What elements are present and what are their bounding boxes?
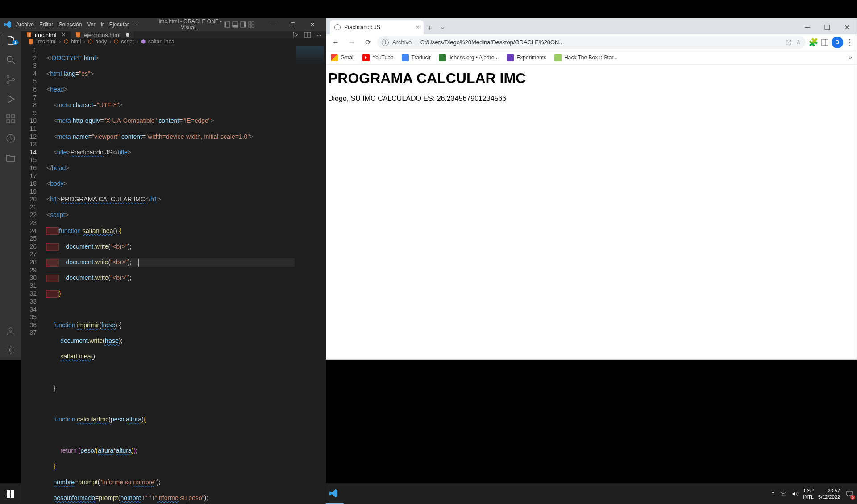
run-debug-icon[interactable] — [0, 94, 21, 104]
menu-ejecutar[interactable]: Ejecutar — [109, 21, 129, 28]
settings-gear-icon[interactable] — [0, 345, 21, 355]
svg-rect-8 — [249, 25, 251, 27]
run-icon[interactable] — [291, 31, 299, 38]
layout-grid-icon[interactable] — [248, 21, 254, 28]
svg-rect-5 — [244, 22, 246, 27]
menu-archivo[interactable]: Archivo — [16, 21, 34, 28]
tab-dropdown-icon[interactable]: ⌄ — [440, 22, 445, 31]
side-panel-icon[interactable] — [821, 38, 829, 46]
maximize-button[interactable]: ☐ — [283, 18, 303, 31]
layout-sidebar-icon[interactable] — [224, 21, 230, 28]
page-text: Diego, SU IMC CALCULADO ES: 26.234567901… — [328, 95, 855, 103]
breadcrumb-item[interactable]: html — [71, 38, 81, 45]
svg-point-12 — [7, 75, 9, 78]
bookmark-gmail[interactable]: Gmail — [331, 54, 354, 61]
page-heading: PROGRAMA CALCULAR IMC — [328, 70, 855, 87]
bookmark-experiments[interactable]: Experiments — [507, 54, 546, 61]
more-icon[interactable]: ··· — [316, 32, 321, 38]
tab-imc[interactable]: imc.html × — [21, 31, 71, 38]
layout-panel-icon[interactable] — [232, 21, 238, 28]
menu-seleccion[interactable]: Selección — [58, 21, 82, 28]
wifi-icon[interactable] — [780, 490, 787, 497]
editor-tabs: imc.html × ejercicios.html ··· — [21, 31, 326, 38]
svg-rect-7 — [252, 22, 254, 24]
source-control-icon[interactable] — [0, 74, 21, 85]
editor[interactable]: 1234567891011121314151617181920212223242… — [21, 45, 326, 504]
split-editor-icon[interactable] — [304, 31, 311, 38]
activity-bar: 1 — [0, 31, 21, 360]
folder-icon[interactable] — [0, 153, 21, 163]
menu-overflow[interactable]: ··· — [134, 21, 139, 28]
share-icon[interactable] — [785, 39, 792, 46]
tab-ejercicios[interactable]: ejercicios.html — [71, 31, 134, 38]
profile-avatar[interactable]: D — [832, 37, 843, 48]
address-bar[interactable]: i Archivo | C:/Users/Diego%20Medina/Desk… — [377, 36, 806, 49]
breadcrumb-item[interactable]: saltarLinea — [148, 38, 175, 45]
start-button[interactable] — [0, 483, 21, 504]
extensions-button[interactable]: 🧩 — [808, 37, 818, 47]
browser-window: Practicando JS × + ⌄ ─ ☐ ✕ ← → ⟳ i Archi… — [326, 18, 857, 360]
html-file-icon — [28, 38, 34, 45]
forward-button[interactable]: → — [345, 36, 358, 49]
globe-icon — [334, 24, 341, 30]
url-scheme-label: Archivo — [392, 39, 412, 46]
bookmark-star-icon[interactable]: ☆ — [796, 39, 801, 46]
close-button[interactable]: ✕ — [303, 18, 322, 31]
vscode-logo-icon — [4, 21, 12, 29]
code-content[interactable]: <!DOCTYPE html> <html lang="es"> <head> … — [42, 45, 295, 504]
bookmark-youtube[interactable]: YouTube — [362, 54, 393, 61]
back-button[interactable]: ← — [329, 36, 342, 49]
clock[interactable]: 23:575/12/2022 — [818, 487, 840, 500]
breadcrumbs[interactable]: imc.html› ⬡ html› ⬡ body› ⬡ script› ⬢ sa… — [21, 38, 326, 45]
search-icon[interactable] — [0, 54, 21, 65]
notifications-icon[interactable]: 5 — [845, 489, 854, 499]
bookmarks-overflow[interactable]: » — [849, 54, 852, 61]
symbol-icon: ⬢ — [141, 38, 146, 45]
svg-rect-9 — [252, 25, 254, 27]
bookmarks-bar: Gmail YouTube Traducir lichess.org • Aje… — [326, 50, 857, 65]
explorer-badge: 1 — [12, 40, 18, 45]
browser-menu-button[interactable]: ⋮ — [846, 37, 854, 47]
menu-ir[interactable]: Ir — [100, 21, 104, 28]
svg-point-20 — [9, 328, 12, 331]
site-info-icon[interactable]: i — [382, 39, 389, 46]
menu-ver[interactable]: Ver — [87, 21, 95, 28]
layout-right-icon[interactable] — [240, 21, 246, 28]
flask-icon — [507, 54, 514, 61]
menu-editar[interactable]: Editar — [39, 21, 53, 28]
breadcrumb-item[interactable]: body — [95, 38, 107, 45]
bookmark-lichess[interactable]: lichess.org • Ajedre... — [439, 54, 499, 61]
quokka-icon[interactable] — [0, 133, 21, 144]
desktop-wallpaper — [326, 360, 857, 483]
browser-tabstrip: Practicando JS × + ⌄ ─ ☐ ✕ — [326, 18, 857, 34]
breadcrumb-item[interactable]: script — [121, 38, 134, 45]
symbol-icon: ⬡ — [114, 38, 118, 45]
lichess-icon — [439, 54, 446, 61]
bookmark-htb[interactable]: Hack The Box :: Star... — [554, 54, 618, 61]
svg-point-14 — [12, 79, 15, 81]
explorer-icon[interactable]: 1 — [0, 35, 21, 46]
language-indicator[interactable]: ESPINTL — [803, 487, 814, 500]
browser-close-button[interactable]: ✕ — [837, 20, 857, 34]
vscode-taskbar-icon[interactable] — [323, 483, 344, 504]
tab-dirty-icon — [126, 33, 129, 37]
html-file-icon — [75, 32, 81, 38]
tab-close-icon[interactable]: × — [416, 24, 419, 30]
browser-tab[interactable]: Practicando JS × — [330, 20, 424, 34]
tab-close-icon[interactable]: × — [62, 31, 65, 38]
breadcrumb-item[interactable]: imc.html — [37, 38, 57, 45]
minimap[interactable] — [295, 45, 326, 504]
account-icon[interactable] — [0, 326, 21, 337]
volume-icon[interactable] — [791, 490, 799, 497]
reload-button[interactable]: ⟳ — [361, 36, 374, 49]
browser-maximize-button[interactable]: ☐ — [817, 20, 837, 34]
browser-toolbar: ← → ⟳ i Archivo | C:/Users/Diego%20Medin… — [326, 34, 857, 50]
minimize-button[interactable]: ─ — [263, 18, 283, 31]
browser-minimize-button[interactable]: ─ — [798, 20, 817, 34]
translate-icon — [402, 54, 409, 61]
new-tab-button[interactable]: + — [424, 22, 436, 34]
browser-tab-title: Practicando JS — [344, 24, 380, 30]
bookmark-traducir[interactable]: Traducir — [402, 54, 431, 61]
tray-chevron-icon[interactable]: ⌃ — [770, 491, 775, 497]
extensions-icon[interactable] — [0, 113, 21, 124]
